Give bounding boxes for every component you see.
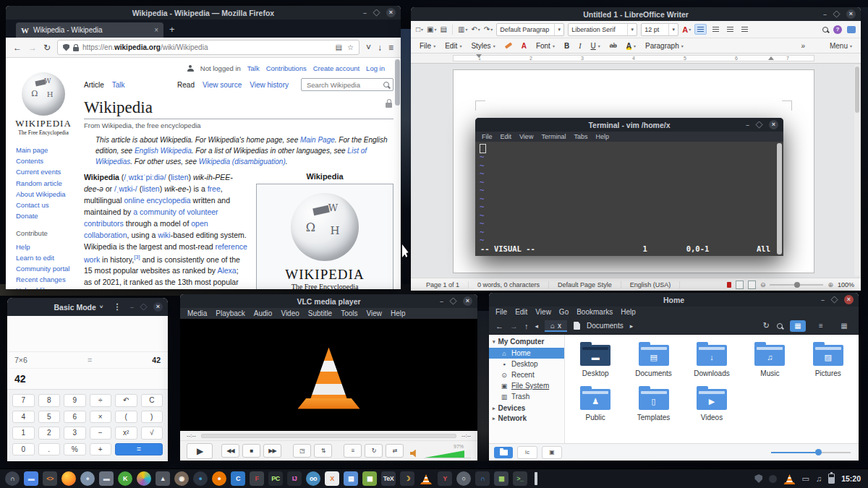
font-size-select[interactable]: 12 pt▼ xyxy=(641,23,678,36)
firefox-titlebar[interactable]: Wikipedia - Wikipedia — Mozilla Firefox … xyxy=(6,6,401,20)
security-tray-icon[interactable] xyxy=(754,474,762,483)
status-item[interactable]: 0 words, 0 characters xyxy=(469,281,549,288)
calculator-key[interactable]: . xyxy=(38,443,61,456)
menu-item[interactable]: Tabs xyxy=(574,133,587,140)
menu-item[interactable]: Subtitle xyxy=(308,309,332,317)
calculator-key[interactable]: √ xyxy=(141,427,163,440)
inactive-tray-icon[interactable] xyxy=(769,475,777,483)
calculator-key[interactable]: 5 xyxy=(38,411,61,424)
menu-font[interactable]: Font▾ xyxy=(536,42,555,50)
writer-app-icon[interactable]: ▤ xyxy=(344,471,358,486)
path-scroll-left-icon[interactable]: ◂ xyxy=(535,322,539,330)
tab-close-icon[interactable]: × xyxy=(154,26,158,34)
c-app-icon[interactable]: C xyxy=(231,471,245,486)
calculator-key[interactable]: 6 xyxy=(64,411,86,424)
scrollbar[interactable] xyxy=(395,59,400,106)
view-history[interactable]: View history xyxy=(250,81,289,89)
intellij-icon[interactable]: IJ xyxy=(287,471,302,486)
status-item[interactable]: Default Page Style xyxy=(549,281,621,288)
menu-item[interactable]: Tools xyxy=(341,309,357,317)
volume-slider[interactable] xyxy=(423,450,471,458)
folder-item[interactable]: ▯ Templates xyxy=(624,385,682,421)
code-editor-icon[interactable]: <> xyxy=(43,471,57,486)
font-name-select[interactable]: Liberation Serif▼ xyxy=(568,23,637,36)
panel-toggle[interactable]: ▣ xyxy=(542,446,562,459)
freecad-icon[interactable]: F xyxy=(250,471,264,486)
menu-file[interactable]: File▾ xyxy=(420,42,435,50)
forward-button[interactable]: → xyxy=(28,43,37,53)
close-button[interactable]: × xyxy=(846,9,856,19)
calculator-key[interactable]: 0 xyxy=(12,443,35,456)
menu-item[interactable]: Help xyxy=(595,133,609,140)
italic-button[interactable]: I xyxy=(579,42,581,50)
menu-paragraph[interactable]: Paragraph▾ xyxy=(645,42,684,50)
sidebar-root[interactable]: ▾My Computer xyxy=(489,337,564,348)
indexer-icon[interactable]: ● xyxy=(193,471,208,486)
menu-styles[interactable]: Styles▾ xyxy=(471,42,495,50)
close-button[interactable]: × xyxy=(153,302,163,312)
sidebar-place-item[interactable]: ⊙ Recent xyxy=(489,369,564,380)
zoom-in-icon[interactable]: ⊕ xyxy=(827,281,833,288)
personal-link[interactable]: Create account xyxy=(313,64,359,72)
color-wheel-icon[interactable] xyxy=(137,471,151,486)
sidebar-link[interactable]: Upload file xyxy=(16,285,81,289)
calculator-key[interactable]: x² xyxy=(115,427,137,440)
menu-item[interactable]: Help xyxy=(391,309,406,317)
sidebar-place-item[interactable]: ▪ Desktop xyxy=(489,359,564,369)
calculator-key[interactable]: ( xyxy=(115,411,137,424)
volume-speaker-icon[interactable] xyxy=(410,450,420,458)
gimp-icon[interactable]: ◉ xyxy=(174,471,189,486)
close-button[interactable]: × xyxy=(769,120,778,129)
back-button[interactable]: ← xyxy=(495,322,503,330)
restore-button[interactable] xyxy=(140,303,147,310)
menu-item[interactable]: Edit xyxy=(515,308,527,316)
forward-button[interactable]: → xyxy=(510,322,518,330)
indent-marker[interactable] xyxy=(476,54,482,58)
reload-button[interactable]: ↻ xyxy=(43,43,51,53)
history-row[interactable]: 7×6 = 42 xyxy=(7,352,168,368)
calculator-key[interactable]: × xyxy=(90,411,112,424)
clock[interactable]: 15:20 xyxy=(841,474,861,483)
zoom-out-icon[interactable]: ⊖ xyxy=(760,281,766,288)
reader-mode-icon[interactable]: ▤ xyxy=(336,43,342,51)
zoom-slider[interactable] xyxy=(771,452,851,453)
zoom-level[interactable]: 100% xyxy=(838,281,854,288)
calculator-key[interactable]: + xyxy=(90,443,112,456)
folder-item[interactable]: ▬ Desktop xyxy=(566,341,624,377)
display-tray-icon[interactable]: ▭ xyxy=(801,475,809,483)
new-tab-button[interactable]: + xyxy=(169,24,175,35)
menu-item[interactable]: File xyxy=(495,308,507,316)
panel-app-icon[interactable]: ▬ xyxy=(24,471,38,486)
page-view-multi-icon[interactable] xyxy=(748,281,756,289)
help-icon[interactable]: ? xyxy=(833,25,842,34)
kebab-menu-icon[interactable]: ⋮ xyxy=(114,302,122,312)
terminal-titlebar[interactable]: Terminal - vim /home/x –× xyxy=(475,118,783,132)
night-app-icon[interactable]: ☽ xyxy=(400,471,414,486)
keepassxc-icon[interactable]: K xyxy=(118,471,132,486)
minimize-button[interactable]: – xyxy=(440,298,443,305)
menu-edit[interactable]: Edit▾ xyxy=(445,42,461,50)
menu-item[interactable]: View xyxy=(535,308,551,316)
calculator-headerbar[interactable]: Basic Mode˅ ⋮ –× xyxy=(7,298,168,316)
audio-app-icon[interactable]: ∩ xyxy=(475,471,490,486)
scrollbar[interactable] xyxy=(777,143,782,254)
fullscreen-button[interactable]: ◳ xyxy=(293,444,311,458)
minimize-button[interactable]: – xyxy=(746,121,749,129)
bookmark-star-icon[interactable]: ☆ xyxy=(347,43,354,51)
minimize-button[interactable]: – xyxy=(363,9,367,17)
view-read[interactable]: Read xyxy=(177,81,195,89)
wikipedia-globe-logo[interactable]: W Ω H xyxy=(22,72,65,116)
sidebar-place-item[interactable]: ▣ File System xyxy=(489,380,564,391)
sidebar-group[interactable]: ▸Network xyxy=(489,412,564,422)
firefox-icon[interactable] xyxy=(61,471,76,486)
menu-item[interactable]: Terminal xyxy=(541,133,566,140)
new-document-button[interactable]: □▾ xyxy=(416,25,423,33)
minimize-button[interactable]: – xyxy=(130,304,134,311)
folder-item[interactable]: ▤ Documents xyxy=(624,341,682,377)
close-button[interactable]: × xyxy=(463,296,472,306)
file-manager-titlebar[interactable]: Home –× xyxy=(489,293,859,307)
localc-app-icon[interactable]: ▦ xyxy=(362,471,377,486)
sidebar-link[interactable]: Random article xyxy=(16,178,81,189)
menu-item[interactable]: Playback xyxy=(216,309,245,317)
sidebar-link[interactable]: Contents xyxy=(16,155,81,166)
